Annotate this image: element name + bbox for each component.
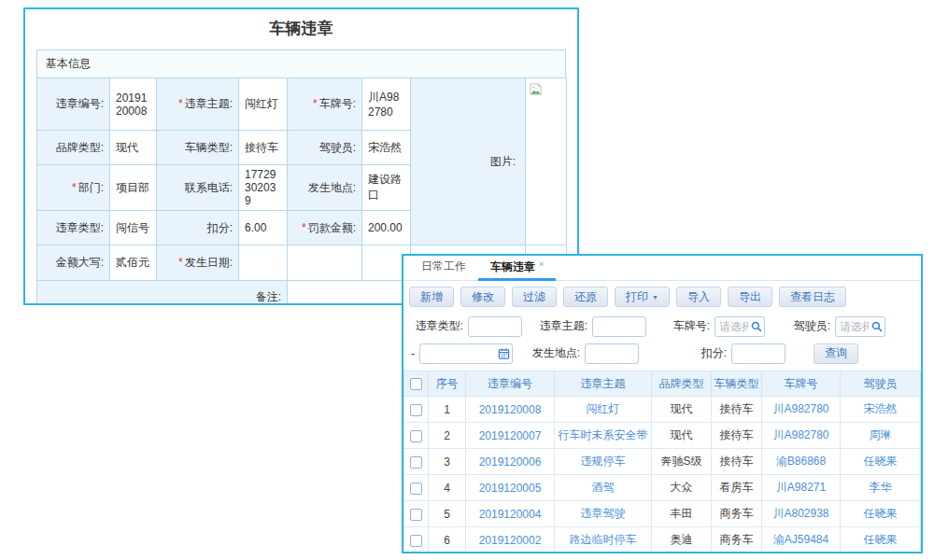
field-value-text: 闯红灯 (245, 97, 278, 110)
row-checkbox[interactable] (410, 483, 422, 495)
export-button[interactable]: 导出 (728, 287, 772, 307)
cell-code[interactable]: 2019120005 (466, 475, 555, 501)
violation-type-input[interactable] (468, 316, 522, 337)
field-value: 2019120008 (110, 78, 157, 131)
filter-label: 驾驶员: (789, 318, 830, 334)
cell-driver[interactable]: 任晓果 (841, 449, 921, 475)
cell-subject[interactable]: 行车时未系安全带 (555, 423, 652, 449)
cell-code[interactable]: 2019120007 (466, 423, 555, 449)
tab-close-icon[interactable]: × (539, 259, 544, 269)
required-asterisk: * (178, 97, 183, 110)
violation-subject-input[interactable] (592, 316, 646, 337)
filter-label: 扣分: (697, 345, 727, 361)
field-label: 违章类型: (37, 211, 110, 245)
field-label-text: 发生地点: (308, 181, 356, 194)
field-value: 宋浩然 (362, 131, 411, 165)
input-wrapper (468, 316, 522, 337)
row-checkbox[interactable] (410, 509, 422, 521)
cell-code[interactable]: 2019120008 (466, 397, 555, 423)
column-header: 序号 (429, 371, 466, 397)
column-header: 驾驶员 (841, 371, 921, 397)
cell-plate[interactable]: 川A98271 (762, 475, 841, 501)
field-label: *发生日期: (157, 245, 239, 281)
tab-daily-work[interactable]: 日常工作 (409, 254, 478, 280)
field-value: 6.00 (239, 211, 288, 245)
print-button[interactable]: 打印▼ (615, 287, 670, 307)
cell-driver[interactable]: 宋浩然 (841, 397, 921, 423)
cell-plate[interactable]: 川A982780 (762, 423, 841, 449)
row-checkbox[interactable] (410, 535, 422, 547)
cell-plate[interactable]: 渝B86868 (762, 449, 841, 475)
field-value-text: 接待车 (245, 141, 278, 154)
cell-code[interactable]: 2019120006 (466, 449, 555, 475)
filter-row-2: -发生地点:扣分:查询 (407, 340, 917, 367)
calendar-icon[interactable] (498, 347, 510, 359)
cell-subject[interactable]: 路边临时停车 (555, 527, 652, 553)
cell-brand: 丰田 (652, 501, 712, 527)
tab-label: 车辆违章 (490, 260, 535, 273)
field-label: 品牌类型: (37, 131, 110, 165)
field-label-text: 图片: (490, 155, 516, 168)
row-checkbox[interactable] (410, 430, 422, 442)
field-label: 驾驶员: (288, 131, 362, 165)
field-label-text: 扣分: (207, 221, 233, 234)
field-label: 备注: (37, 281, 288, 306)
row-checkbox[interactable] (410, 456, 422, 469)
field-value: 建设路口 (362, 165, 411, 211)
cell-subject[interactable]: 酒驾 (555, 475, 652, 501)
cell-subject[interactable]: 违章驾驶 (555, 501, 652, 527)
query-button[interactable]: 查询 (814, 343, 858, 364)
tab-vehicle-violation[interactable]: 车辆违章× (478, 255, 556, 281)
field-value (239, 245, 288, 281)
location-input[interactable] (585, 343, 639, 364)
field-label: 车辆类型: (157, 131, 239, 165)
field-value-text: 闯信号 (116, 221, 149, 234)
cell-driver[interactable]: 任晓果 (841, 501, 921, 527)
cell-plate[interactable]: 川A982780 (762, 397, 841, 423)
cell-driver[interactable]: 任晓果 (841, 527, 921, 553)
filter-label: - (411, 347, 415, 360)
table-row: 12019120008闯红灯现代接待车川A982780宋浩然 (404, 397, 921, 423)
field-value: 200.00 (362, 211, 411, 245)
field-value: 贰佰元 (110, 245, 157, 281)
cell-plate[interactable]: 渝AJ59484 (762, 527, 841, 553)
required-asterisk: * (178, 256, 183, 269)
cell-driver[interactable]: 李华 (841, 475, 921, 501)
cell-brand: 奔驰S级 (652, 449, 712, 475)
column-header: 品牌类型 (652, 371, 712, 397)
field-label: 联系电话: (157, 165, 239, 211)
cell-subject[interactable]: 闯红灯 (555, 397, 652, 423)
import-button[interactable]: 导入 (676, 287, 721, 307)
cell-code[interactable]: 2019120004 (466, 501, 555, 527)
broken-image-icon (530, 83, 542, 95)
field-label-text: 联系电话: (185, 181, 233, 194)
column-header: 车辆类型 (712, 371, 762, 397)
field-label-text: 品牌类型: (56, 141, 104, 154)
cell-driver[interactable]: 周琳 (841, 423, 921, 449)
modify-button[interactable]: 修改 (460, 287, 505, 307)
field-value-text: 贰佰元 (116, 256, 149, 269)
filter-item: - (411, 343, 513, 364)
field-value-text: 6.00 (245, 221, 266, 234)
button-label: 导出 (739, 289, 761, 305)
row-checkbox-cell (404, 423, 429, 449)
field-value-text: 宋浩然 (368, 141, 402, 154)
row-checkbox[interactable] (410, 404, 422, 416)
field-value-text: 2019120008 (116, 91, 147, 118)
points-input[interactable] (731, 343, 785, 364)
cell-brand: 现代 (652, 423, 712, 449)
search-icon[interactable] (871, 321, 883, 332)
restore-button[interactable]: 还原 (563, 287, 608, 307)
filter-button[interactable]: 过滤 (512, 287, 557, 307)
field-label: *部门: (37, 165, 110, 211)
add-button[interactable]: 新增 (409, 287, 454, 307)
violations-table: 序号违章编号违章主题品牌类型车辆类型车牌号驾驶员 12019120008闯红灯现… (403, 371, 921, 553)
field-label-text: 违章主题: (185, 97, 233, 110)
field-label-text: 发生日期: (185, 256, 233, 269)
select-all-checkbox[interactable] (410, 378, 422, 390)
view-log-button[interactable]: 查看日志 (779, 287, 846, 307)
cell-subject[interactable]: 违规停车 (555, 449, 652, 475)
search-icon[interactable] (751, 321, 762, 332)
cell-code[interactable]: 2019120002 (466, 527, 555, 553)
cell-plate[interactable]: 川A802938 (762, 501, 841, 527)
